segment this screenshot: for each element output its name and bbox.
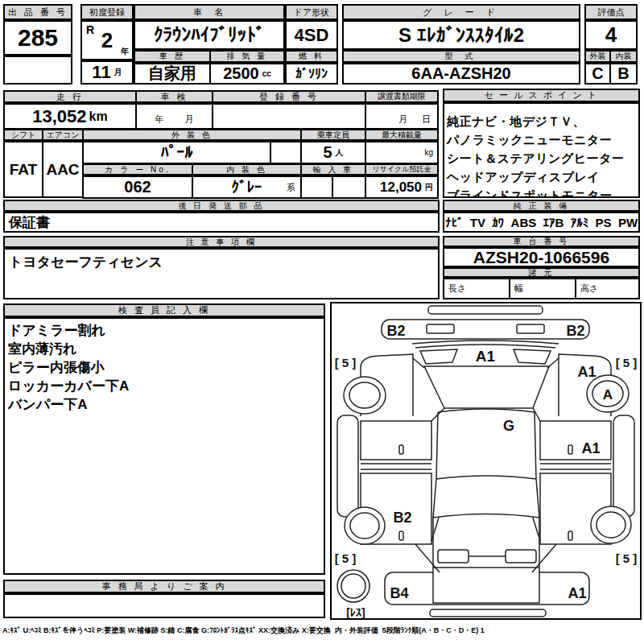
left-front-door-handle (399, 445, 403, 454)
car-history-header: 車 歴 (134, 50, 211, 63)
sales-point-line: 純正ナビ・地デジＴＶ、 (447, 112, 585, 130)
import-car-header: 輸 入 車 (300, 163, 366, 175)
first-registration-month-cell: 11 月 (80, 60, 134, 85)
mileage-number: 13,052 (32, 106, 86, 127)
left-beltline (361, 464, 431, 469)
front-bumper (382, 320, 589, 339)
specs-header: 諸 元 (443, 267, 640, 278)
front-bumper-slot-left (427, 324, 454, 333)
fold-line-fr (547, 358, 559, 368)
era-letter: R (86, 23, 94, 36)
aircon-value: AAC (42, 141, 84, 198)
fold-line-fl (413, 358, 424, 368)
car-damage-diagram: B2 B2 A1 G B4 A1 A (330, 302, 642, 620)
door-shape-header: ドア形状 (285, 4, 338, 20)
model-code-value: 6AA-AZSH20 (342, 63, 580, 85)
mark-left-quarter: B2 (393, 510, 411, 526)
trunk (433, 514, 539, 604)
mark-rear-right-tire: [ 5 ] (616, 551, 638, 565)
recycle-fee-unit: 円 (425, 182, 433, 193)
sales-point-line: パノラミックニューモニター (447, 130, 612, 149)
lot-number-value: 285 (3, 20, 72, 56)
displacement-header: 排 気 量 (209, 50, 285, 63)
transfer-day-label: 日 (422, 114, 431, 126)
shift-value: FAT (3, 141, 43, 198)
interior-color-suffix: 系 (287, 182, 295, 194)
spec-width-cell: 幅 (509, 278, 576, 299)
mark-front-glass: G (503, 418, 514, 434)
reg-month: 11 (92, 62, 110, 83)
reg-year: 2 (101, 28, 113, 53)
office-info-body (3, 593, 325, 618)
spec-height-cell: 高さ (575, 278, 640, 299)
inspection-header: 車 検 (135, 90, 213, 103)
car-history-value: 自家用 (134, 63, 211, 85)
fuel-header: 燃 料 (285, 50, 338, 63)
sales-point-line: ブラインドスポットモニター (447, 186, 613, 198)
month-unit: 月 (114, 67, 122, 78)
front-bumper-slot-right (517, 324, 544, 333)
first-registration-year-cell: R 2 年 (80, 20, 134, 60)
mark-rear-bumper-left: B4 (390, 585, 408, 601)
inspector-note-line: ロッカーカバー下A (8, 377, 129, 395)
displacement-unit: cc (262, 69, 271, 78)
mark-front-bumper-left: B2 (386, 323, 405, 339)
cowl-line-1 (412, 341, 559, 344)
door-shape-value: 4SD (285, 20, 338, 50)
chassis-number-header: 車 台 番 号 (443, 236, 640, 247)
roof-side-right (535, 412, 536, 479)
front-fold-diagonals (431, 408, 540, 421)
interior-grade-header: 内装 (609, 50, 638, 63)
spec-length-cell: 長さ (443, 278, 510, 299)
front-top-trim (428, 306, 543, 314)
registration-number-value (212, 103, 366, 130)
chassis-number-value: AZSH20-1066596 (443, 247, 640, 267)
color-no-value: 062 (82, 175, 193, 199)
shift-header: シフト (3, 129, 43, 141)
car-name-value: ｸﾗｳﾝﾊｲﾌﾞﾘｯﾄﾞ (134, 20, 285, 50)
mark-rear-left-tire: [ 5 ] (335, 551, 357, 565)
mileage-unit: km (89, 109, 108, 124)
score-header: 評価点 (584, 4, 638, 20)
lot-number-empty-cell (3, 56, 72, 85)
mark-right-fender: A1 (577, 364, 596, 380)
displacement-number: 2500 (223, 64, 259, 83)
interior-color-value: ｸﾞﾚｰ 系 (192, 175, 302, 199)
import-car-cell-1 (300, 175, 333, 199)
interior-color-name: ｸﾞﾚｰ (232, 179, 262, 196)
right-front-door-handle (568, 445, 572, 454)
car-diagram-svg: B2 B2 A1 G B4 A1 A (332, 303, 640, 618)
car-name-header: 車 名 (134, 4, 285, 20)
inspector-note-line: 室内薄汚れ (8, 340, 76, 358)
mark-front-right-tire: [ 5 ] (616, 356, 638, 369)
recycle-fee-value: 12,050 円 (365, 175, 439, 199)
transfer-deadline-value: 月 日 (365, 103, 439, 130)
windshield-segment-right (514, 349, 551, 364)
sales-points-body: 純正ナビ・地デジＴＶ、 パノラミックニューモニター シート＆ステアリングヒーター… (443, 102, 640, 198)
later-parts-header: 後 日 発 送 部 品 (3, 200, 440, 212)
aircon-header: エアコン (42, 129, 84, 141)
notes-body: トヨタセーフティセンス (3, 248, 440, 299)
oem-equipment-value: ﾅﾋﾞ TV ｶﾜ ABS ｴｱB ｱﾙﾐ PS PW (443, 212, 640, 233)
notes-header: 注 意 事 項 欄 (3, 236, 440, 248)
right-rocker-panel (613, 415, 634, 517)
roof-side-left (436, 412, 438, 479)
inspector-notes-body: ドアミラー割れ 室内薄汚れ ピラー内張傷小 ロッカーカバー下A バンパー下A (3, 317, 325, 575)
mark-front-left-tire: [ 5 ] (335, 356, 357, 369)
capacity-header: 乗車定員 (300, 129, 366, 141)
mileage-value: 13,052 km (3, 103, 137, 130)
exterior-grade-value: C (584, 63, 611, 85)
exterior-color-header: 外 装 色 (82, 129, 302, 141)
max-load-value: kg (365, 141, 439, 164)
mark-spare-tire: [ﾚｽ] (346, 606, 365, 618)
grade-header: グ レ ー ド (342, 4, 580, 20)
later-parts-value: 保証書 (3, 212, 440, 233)
color-no-header: カ ラ ー No. (82, 163, 193, 175)
import-car-cell-2 (332, 175, 366, 199)
left-front-door (361, 421, 431, 460)
exterior-grade-header: 外装 (584, 50, 611, 63)
rear-glass-side-right (536, 479, 539, 518)
first-registration-header: 初度登録 (80, 4, 134, 20)
mark-front-bumper-right: B2 (566, 323, 584, 339)
roof-front-edge (438, 409, 535, 412)
